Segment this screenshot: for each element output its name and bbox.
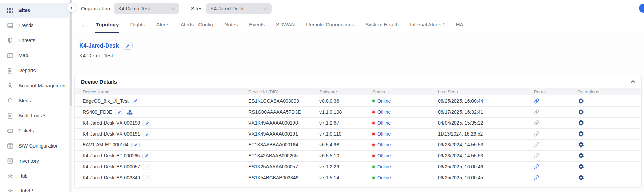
status-badge[interactable]: Offline (377, 142, 391, 148)
edit-device-name-button[interactable] (143, 175, 151, 181)
tab-remote-connections[interactable]: Remote Connections (305, 17, 355, 33)
tab-system-health[interactable]: System Health (365, 17, 399, 33)
device-id: ES1K25AAAAA000057 (248, 161, 319, 172)
operations-gear-button[interactable] (577, 97, 585, 105)
sidebar-scrollbar[interactable] (69, 0, 72, 192)
status-badge[interactable]: Online (377, 175, 391, 180)
portal-link-button[interactable] (533, 174, 540, 181)
operations-gear-button[interactable] (577, 130, 585, 138)
sidebar-item-label: Reports (18, 68, 36, 73)
tab-flights[interactable]: Flights (129, 17, 146, 33)
portal-link-button[interactable] (533, 163, 540, 170)
window-gear-icon (6, 142, 13, 149)
tab-alerts[interactable]: Alerts (156, 17, 170, 33)
collapse-panel-button[interactable] (631, 80, 635, 83)
page-title: K4-Jared-Desk (79, 42, 119, 49)
status-badge[interactable]: Offline (377, 109, 391, 115)
software-version: v7.1.5.14 (319, 172, 372, 183)
portal-link-button[interactable] (533, 141, 540, 148)
portal-link-button[interactable] (533, 98, 540, 104)
portal-link-button[interactable] (533, 152, 540, 159)
operations-gear-button[interactable] (577, 108, 585, 116)
wifi-router-icon (126, 109, 133, 115)
sidebar-item-hub[interactable]: Hub (0, 168, 69, 183)
device-id: EF1K3AABBAA000164 (248, 139, 319, 150)
tab-internal-alerts[interactable]: Internal Alerts * (409, 17, 446, 33)
status-dot (372, 111, 375, 113)
portal-link-button[interactable] (533, 108, 540, 115)
sidebar-item-inventory[interactable]: Inventory (0, 153, 69, 168)
operations-gear-button[interactable] (577, 141, 585, 149)
status-dot (372, 177, 375, 179)
tabs: TopologyFlightsAlertsAlerts - ConfigNote… (95, 17, 474, 33)
edit-device-name-button[interactable] (115, 109, 123, 115)
tab-topology[interactable]: Topology (95, 17, 119, 33)
operations-gear-button[interactable] (577, 152, 585, 159)
portal-link-button[interactable] (533, 130, 540, 137)
edit-site-name-button[interactable] (123, 42, 133, 50)
sidebar-item-s-w-configuration[interactable]: S/W Configuration (0, 138, 69, 153)
table-row: EdgeOS_8.x_UI_TestES1K1CCABAA003093v8.0.… (75, 95, 641, 106)
device-name: K4-Jared-Desk-ES-003849 (83, 175, 140, 180)
column-header-portal: Portal (533, 88, 577, 95)
sidebar: SitesTrendsThreatsMapReportsAccount Mana… (0, 0, 69, 192)
edit-device-name-button[interactable] (143, 131, 151, 137)
organization-select[interactable]: K4-Demo-Test (114, 3, 179, 14)
sidebar-item-account-management[interactable]: Account Management (0, 78, 69, 93)
status-dot (372, 122, 375, 124)
operations-gear-button[interactable] (577, 163, 585, 170)
status-badge[interactable]: Offline (377, 153, 391, 158)
device-name: K4-Jared-Desk-VX-000191 (83, 131, 140, 137)
column-header-device-id-did: Device Id (DID) (248, 88, 319, 95)
pencil-icon (125, 43, 130, 48)
edit-device-name-button[interactable] (131, 142, 140, 148)
table-row: K4-Jared-Desk-ES-000057ES1K25AAAAA000057… (75, 161, 641, 172)
tab-sdwan[interactable]: SDWAN (275, 17, 296, 33)
topbar: Organization K4-Demo-Test Sites K4-Jared… (72, 0, 644, 17)
sidebar-item-threats[interactable]: Threats (0, 33, 69, 48)
status-badge[interactable]: Offline (377, 120, 391, 126)
portal-link-button[interactable] (533, 119, 540, 126)
operations-gear-button[interactable] (577, 119, 585, 127)
edit-device-name-button[interactable] (143, 164, 151, 170)
sidebar-collapse-button[interactable]: ‹ (67, 3, 76, 12)
edit-device-name-button[interactable] (143, 120, 151, 126)
device-name: EAV1-AM-EF-000164 (83, 142, 128, 148)
sidebar-item-hub4[interactable]: Hub4 * (0, 183, 69, 192)
back-button[interactable]: ← (81, 22, 88, 28)
sites-select[interactable]: K4-Jared-Desk (206, 3, 272, 14)
sidebar-item-map[interactable]: Map (0, 48, 69, 63)
pencil-icon (145, 132, 149, 136)
tab-alerts-config[interactable]: Alerts - Config (180, 17, 214, 33)
status-badge[interactable]: Online (377, 98, 391, 104)
device-id: VX1K49AAAAA000191 (248, 128, 319, 139)
sidebar-item-label: Trends (18, 23, 34, 28)
sidebar-item-tickets[interactable]: Tickets (0, 123, 69, 138)
status-dot (372, 100, 375, 102)
tab-events[interactable]: Events (248, 17, 265, 33)
sidebar-item-audit-logs[interactable]: Audit Logs * (0, 108, 69, 123)
column-header-operations: Operations (577, 88, 641, 95)
status-badge[interactable]: Online (377, 164, 391, 169)
device-name: K4-Jared-Desk-VX-000190 (83, 120, 140, 126)
edit-device-name-button[interactable] (132, 98, 140, 104)
sidebar-item-label: Alerts (18, 98, 31, 103)
software-version: v6.5.4.98 (319, 139, 372, 150)
report-icon (6, 67, 13, 74)
software-version: v1.1.0.198 (319, 106, 372, 117)
shield-icon (6, 37, 13, 44)
site-title-row: K4-Jared-Desk (79, 42, 133, 50)
tab-notes[interactable]: Notes (224, 17, 238, 33)
floating-help-button[interactable] (639, 4, 644, 13)
column-header-status: Status (372, 88, 438, 95)
sidebar-scrollbar-thumb[interactable] (70, 0, 72, 106)
tab-ha[interactable]: HA (455, 17, 464, 33)
sidebar-item-sites[interactable]: Sites (0, 3, 69, 18)
sidebar-item-reports[interactable]: Reports (0, 63, 69, 78)
sidebar-item-trends[interactable]: Trends (0, 18, 69, 33)
status-badge[interactable]: Offline (377, 131, 391, 137)
sidebar-item-alerts[interactable]: Alerts (0, 93, 69, 108)
chevron-down-icon (171, 7, 175, 10)
edit-device-name-button[interactable] (142, 153, 151, 159)
operations-gear-button[interactable] (577, 174, 585, 181)
